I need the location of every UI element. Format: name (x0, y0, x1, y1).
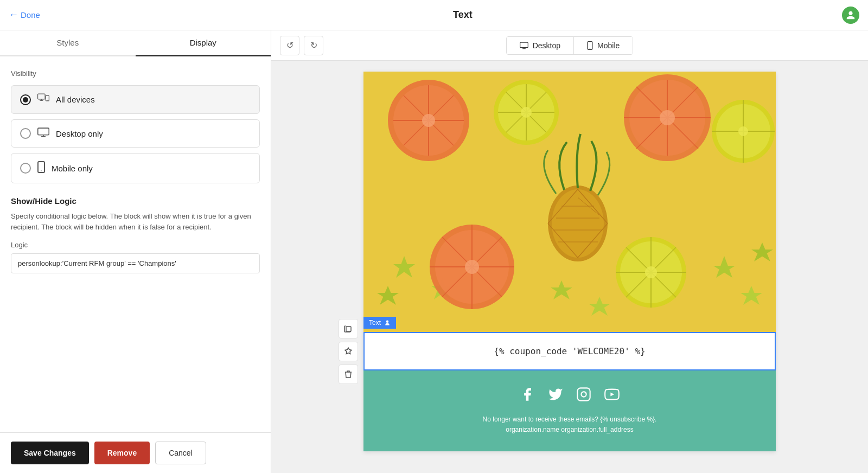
svg-rect-0 (38, 94, 45, 99)
svg-rect-5 (38, 128, 49, 135)
back-arrow-icon: ← (9, 9, 18, 21)
redo-icon: ↻ (310, 40, 317, 50)
all-devices-icon (37, 93, 49, 106)
svg-point-14 (590, 48, 590, 48)
logic-title: Show/Hide Logic (11, 196, 260, 206)
logic-section: Show/Hide Logic Specify conditional logi… (11, 196, 260, 273)
logic-input[interactable] (11, 253, 260, 273)
star-icon (344, 347, 353, 356)
radio-inner (23, 97, 28, 103)
top-bar: ← Done Text (0, 0, 868, 30)
desktop-view-icon (520, 42, 528, 49)
youtube-svg (604, 387, 620, 402)
mobile-only-icon (37, 161, 45, 175)
back-button[interactable]: ← Done (9, 9, 40, 21)
favorite-button[interactable] (339, 342, 358, 361)
desktop-label: Desktop (533, 41, 560, 50)
svg-point-9 (41, 170, 42, 171)
fruit-illustration (363, 72, 776, 332)
top-bar-left: ← Done (9, 9, 40, 21)
svg-point-22 (422, 114, 435, 127)
save-changes-button[interactable]: Save Changes (11, 442, 89, 464)
facebook-svg (520, 387, 535, 402)
page-title: Text (453, 9, 473, 21)
text-block-with-label: Text {% coupon_code 'WELCOME20' %} (363, 332, 776, 370)
panel-content: Visibility All devices (0, 56, 271, 432)
svg-point-74 (645, 266, 657, 278)
person-icon (384, 319, 391, 326)
mobile-label: Mobile (597, 41, 620, 50)
radio-all-devices (20, 94, 31, 105)
duplicate-button[interactable] (339, 319, 358, 338)
delete-button[interactable] (339, 365, 358, 384)
option-all-devices[interactable]: All devices (11, 85, 260, 114)
back-label: Done (21, 10, 40, 20)
mobile-view-icon (587, 41, 593, 50)
svg-marker-78 (610, 392, 614, 396)
main-layout: Styles Display Visibility (0, 30, 868, 473)
redo-button[interactable]: ↻ (304, 36, 323, 55)
tab-styles[interactable]: Styles (0, 30, 136, 56)
svg-point-51 (552, 189, 604, 258)
trash-icon (344, 370, 352, 379)
side-actions (339, 319, 358, 384)
email-preview: Text {% coupon_code 'WELCOME20' %} (271, 72, 868, 473)
svg-point-29 (521, 107, 532, 118)
undo-button[interactable]: ↺ (280, 36, 299, 55)
duplicate-icon (344, 324, 353, 333)
text-block-label: Text (363, 317, 396, 329)
mobile-view-button[interactable]: Mobile (574, 37, 633, 54)
device-switcher: Desktop Mobile (506, 36, 634, 55)
facebook-icon[interactable] (520, 387, 535, 406)
twitter-icon[interactable] (548, 387, 563, 406)
svg-point-41 (738, 126, 748, 136)
text-block-container: Text {% coupon_code 'WELCOME20' %} (363, 332, 776, 370)
svg-rect-10 (520, 42, 528, 47)
bottom-bar: Save Changes Remove Cancel (0, 432, 271, 473)
radio-mobile (20, 163, 31, 174)
remove-button[interactable]: Remove (94, 442, 150, 464)
preview-toolbar: ↺ ↻ Desktop (271, 30, 868, 61)
email-container: Text {% coupon_code 'WELCOME20' %} (363, 72, 776, 451)
social-footer: No longer want to receive these emails? … (363, 370, 776, 451)
option-mobile-only[interactable]: Mobile only (11, 153, 260, 183)
footer-unsubscribe: No longer want to receive these emails? … (374, 414, 765, 435)
desktop-only-label: Desktop only (56, 129, 103, 138)
mobile-only-label: Mobile only (52, 164, 93, 173)
right-panel: ↺ ↻ Desktop (271, 30, 868, 473)
social-icons (374, 387, 765, 406)
undo-icon: ↺ (286, 40, 293, 50)
logic-description: Specify conditional logic below. The blo… (11, 211, 260, 232)
all-devices-label: All devices (56, 95, 95, 104)
svg-point-36 (660, 110, 675, 125)
tab-bar: Styles Display (0, 30, 271, 56)
youtube-icon[interactable] (604, 387, 620, 406)
radio-desktop (20, 128, 31, 139)
instagram-svg (576, 387, 591, 402)
svg-rect-76 (577, 388, 590, 400)
avatar (842, 7, 859, 24)
desktop-only-icon (37, 127, 49, 139)
svg-point-4 (47, 100, 48, 100)
tab-display[interactable]: Display (136, 30, 271, 56)
logic-label: Logic (11, 241, 260, 249)
svg-point-67 (465, 260, 479, 274)
option-desktop-only[interactable]: Desktop only (11, 119, 260, 148)
cancel-button[interactable]: Cancel (155, 442, 206, 464)
desktop-view-button[interactable]: Desktop (507, 37, 573, 54)
text-block[interactable]: {% coupon_code 'WELCOME20' %} (363, 332, 776, 370)
visibility-label: Visibility (11, 69, 260, 78)
twitter-svg (548, 387, 563, 402)
fruit-image-block (363, 72, 776, 332)
instagram-icon[interactable] (576, 387, 591, 406)
left-panel: Styles Display Visibility (0, 30, 271, 473)
toolbar-left: ↺ ↻ (280, 36, 323, 55)
svg-rect-75 (346, 327, 351, 331)
